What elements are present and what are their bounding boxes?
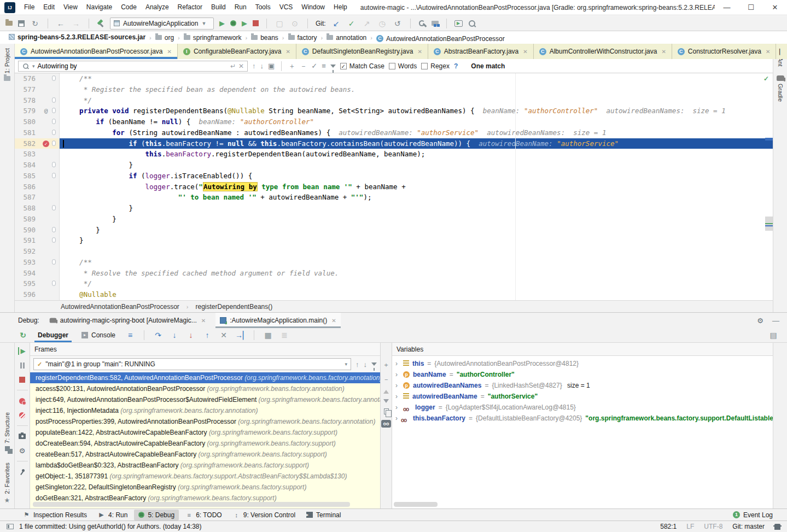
expand-chevron-icon[interactable]: ›: [395, 413, 398, 424]
save-icon[interactable]: [18, 20, 25, 27]
execution-line-stripe-mark[interactable]: [765, 138, 773, 141]
tab-console[interactable]: ▸ Console: [78, 328, 119, 342]
fold-marker-icon[interactable]: [52, 141, 56, 146]
run-with-coverage-button[interactable]: ▶: [242, 19, 247, 27]
regex-checkbox[interactable]: Regex: [421, 62, 450, 70]
breadcrumb-class[interactable]: AutowiredAnnotationBeanPostProcessor: [61, 303, 179, 311]
stack-frame-row[interactable]: inject:649, AutowiredAnnotationBeanPostP…: [30, 394, 380, 405]
menu-view[interactable]: View: [59, 0, 82, 15]
line-ending[interactable]: LF: [686, 523, 694, 530]
code-line[interactable]: 583 this.beanFactory.registerDependentBe…: [15, 149, 773, 160]
maximize-button[interactable]: ☐: [739, 0, 763, 15]
menu-edit[interactable]: Edit: [39, 0, 59, 15]
open-icon[interactable]: [5, 21, 13, 26]
variable-row[interactable]: ›this = {AutowiredAnnotationBeanPostProc…: [392, 358, 773, 369]
code-line[interactable]: 593 /**: [15, 257, 773, 268]
drop-frame-icon[interactable]: ✕: [219, 331, 229, 340]
code-line[interactable]: 579@ private void registerDependentBeans…: [15, 106, 773, 116]
line-number[interactable]: 590: [15, 225, 40, 236]
stack-frame-row[interactable]: inject:116, InjectionMetadata (org.sprin…: [30, 405, 380, 416]
code-line[interactable]: 594 * Resolve the specified cached metho…: [15, 268, 773, 279]
toolwindow-terminal[interactable]: ▸ Terminal: [302, 510, 345, 521]
project-structure-icon[interactable]: [432, 21, 439, 26]
step-over-icon[interactable]: ↷: [153, 331, 163, 340]
frame-down-icon[interactable]: ↓: [364, 360, 368, 369]
run-configuration-select[interactable]: AutowireMagicApplication ▼: [110, 17, 214, 30]
move-down-icon[interactable]: [383, 399, 389, 403]
filter-lines-icon[interactable]: ≡: [322, 62, 326, 70]
git-update-icon[interactable]: ↙: [331, 19, 341, 28]
code-line[interactable]: 586 logger.trace("Autowiring by type fro…: [15, 182, 773, 192]
code-line[interactable]: 576 /**: [15, 73, 773, 84]
breakpoint-icon[interactable]: [43, 141, 49, 147]
editor-tab[interactable]: DefaultSingletonBeanRegistry.java✕: [296, 44, 428, 59]
frame-up-icon[interactable]: ↑: [355, 360, 359, 369]
caret-position[interactable]: 582:1: [660, 523, 677, 530]
evaluate-expression-icon[interactable]: ▦: [263, 331, 273, 340]
filter-search-icon[interactable]: [330, 65, 336, 68]
code-line[interactable]: 587 "' to bean named '" + autowiredBeanN…: [15, 192, 773, 203]
breadcrumb-method[interactable]: registerDependentBeans(): [195, 303, 272, 311]
tab-debugger[interactable]: Debugger: [34, 328, 72, 342]
editor-tab[interactable]: AlbumControllerWithConstructor.java✕: [534, 44, 672, 59]
inspections-ok-icon[interactable]: ✓: [763, 75, 769, 83]
thread-select[interactable]: ✓ "main"@1 in group "main": RUNNING ▾: [33, 358, 351, 370]
git-push-icon[interactable]: ↗: [362, 19, 372, 28]
code-line[interactable]: 585 if (logger.isTraceEnabled()) {: [15, 171, 773, 182]
select-occurrences-icon[interactable]: ✓: [311, 62, 317, 70]
variable-row[interactable]: ›this.beanFactory = {DefaultListableBean…: [392, 413, 773, 424]
menu-analyze[interactable]: Analyze: [141, 0, 173, 15]
stop-icon[interactable]: [19, 377, 25, 383]
menu-vcs[interactable]: VCS: [275, 0, 298, 15]
line-number[interactable]: 579: [15, 106, 40, 116]
line-number[interactable]: 596: [15, 289, 40, 300]
line-number[interactable]: 595: [15, 278, 40, 289]
search-everywhere-icon[interactable]: [468, 20, 476, 27]
editor-scrollbar-thumb[interactable]: [765, 217, 773, 231]
line-number[interactable]: 583: [15, 149, 40, 160]
variable-row[interactable]: ›autowiredBeanName = "authorService": [392, 391, 773, 402]
stack-frame-row[interactable]: postProcessProperties:399, AutowiredAnno…: [30, 416, 380, 427]
toolwindow-toggle-icon[interactable]: [7, 524, 14, 529]
fold-marker-icon[interactable]: [52, 205, 56, 211]
fold-marker-icon[interactable]: [52, 75, 56, 81]
copy-icon[interactable]: [384, 408, 389, 414]
fold-marker-icon[interactable]: [52, 227, 56, 232]
add-occurrence-icon[interactable]: ＋: [288, 61, 295, 71]
stack-frame-row[interactable]: populateBean:1422, AbstractAutowireCapab…: [30, 427, 380, 438]
line-number[interactable]: 581: [15, 127, 40, 138]
expand-chevron-icon[interactable]: ›: [395, 380, 400, 391]
stack-frame-row[interactable]: getSingleton:222, DefaultSingletonBeanRe…: [30, 482, 380, 493]
mute-breakpoints-icon[interactable]: [19, 412, 25, 418]
fold-marker-icon[interactable]: [52, 259, 56, 265]
editor-tab[interactable]: AutowiredAnnotationBeanPostProcessor.jav…: [15, 44, 178, 59]
debugger-settings-icon[interactable]: ⚙: [18, 447, 27, 454]
code-line[interactable]: 578 */: [15, 95, 773, 106]
close-button[interactable]: ✕: [763, 0, 787, 15]
line-number[interactable]: 585: [15, 171, 40, 182]
menu-run[interactable]: Run: [230, 0, 251, 15]
line-number[interactable]: 582: [15, 138, 40, 149]
show-watches-icon[interactable]: oo: [381, 420, 391, 428]
hide-toolwindow-icon[interactable]: —: [772, 317, 779, 325]
clear-search-icon[interactable]: ✕: [238, 62, 244, 70]
stack-frame-row[interactable]: access$200:131, AutowiredAnnotationBeanP…: [30, 383, 380, 394]
fold-marker-icon[interactable]: [52, 237, 56, 243]
rerun-icon[interactable]: ↻: [18, 331, 28, 340]
toolwindow-debug[interactable]: 5: Debug: [134, 510, 179, 521]
debug-button[interactable]: [230, 20, 236, 26]
breadcrumb-item[interactable]: factory: [287, 34, 318, 42]
profiler-icon[interactable]: ⊙: [290, 19, 300, 28]
resume-program-icon[interactable]: ▶: [18, 347, 27, 355]
line-number[interactable]: 587: [15, 192, 40, 203]
status-message[interactable]: 1 file committed: Using getAuthorId() fo…: [19, 523, 202, 530]
code-line[interactable]: 584 }: [15, 160, 773, 171]
file-encoding[interactable]: UTF-8: [704, 523, 722, 530]
breadcrumb-item[interactable]: AutowiredAnnotationBeanPostProcessor: [375, 35, 506, 43]
menu-window[interactable]: Window: [297, 0, 329, 15]
debug-session-tab-gradle[interactable]: autowiring-magic-spring-boot [AutowireMa…: [45, 313, 211, 328]
frames-scrollbar[interactable]: [33, 502, 350, 507]
expand-chevron-icon[interactable]: ›: [395, 402, 400, 413]
toolwindow-version-control[interactable]: ↕ 9: Version Control: [229, 510, 300, 521]
line-number[interactable]: 577: [15, 84, 40, 95]
